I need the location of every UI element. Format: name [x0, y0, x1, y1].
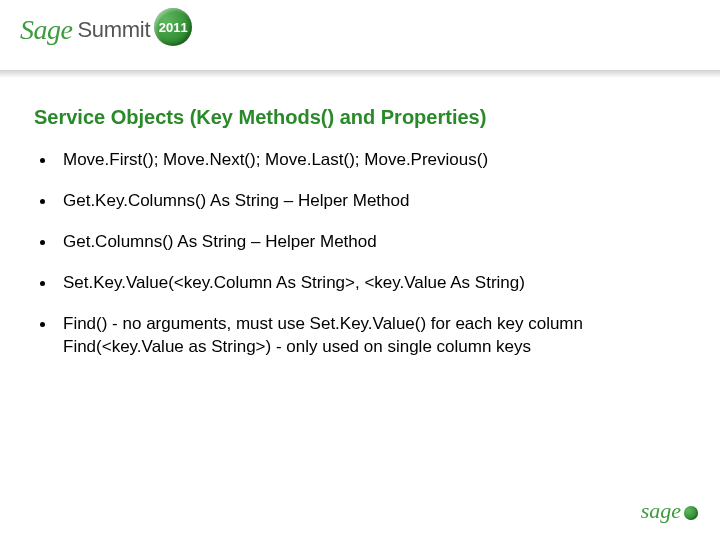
header-divider [0, 70, 720, 78]
bullet-text: Find() - no arguments, must use Set.Key.… [63, 313, 583, 359]
bullet-text: Get.Columns() As String – Helper Method [63, 231, 377, 254]
bullet-text: Move.First(); Move.Next(); Move.Last(); … [63, 149, 488, 172]
slide-title: Service Objects (Key Methods() and Prope… [34, 106, 686, 129]
list-item: Get.Key.Columns() As String – Helper Met… [40, 190, 686, 213]
list-item: Set.Key.Value(<key.Column As String>, <k… [40, 272, 686, 295]
header-logo: Sage Summit 2011 [20, 14, 192, 46]
slide-content: Service Objects (Key Methods() and Prope… [0, 78, 720, 359]
bullet-icon [40, 281, 45, 286]
list-item: Get.Columns() As String – Helper Method [40, 231, 686, 254]
footer-orb-icon [684, 506, 698, 520]
bullet-icon [40, 199, 45, 204]
bullet-list: Move.First(); Move.Next(); Move.Last(); … [34, 149, 686, 359]
list-item: Move.First(); Move.Next(); Move.Last(); … [40, 149, 686, 172]
event-text: Summit [77, 17, 150, 43]
bullet-icon [40, 322, 45, 327]
footer-logo: sage [641, 498, 698, 524]
bullet-text: Set.Key.Value(<key.Column As String>, <k… [63, 272, 525, 295]
footer-brand-text: sage [641, 498, 681, 524]
list-item: Find() - no arguments, must use Set.Key.… [40, 313, 686, 359]
slide-header: Sage Summit 2011 [0, 0, 720, 78]
bullet-text: Get.Key.Columns() As String – Helper Met… [63, 190, 409, 213]
bullet-icon [40, 158, 45, 163]
brand-text: Sage [20, 14, 72, 46]
bullet-icon [40, 240, 45, 245]
year-badge: 2011 [154, 8, 192, 46]
